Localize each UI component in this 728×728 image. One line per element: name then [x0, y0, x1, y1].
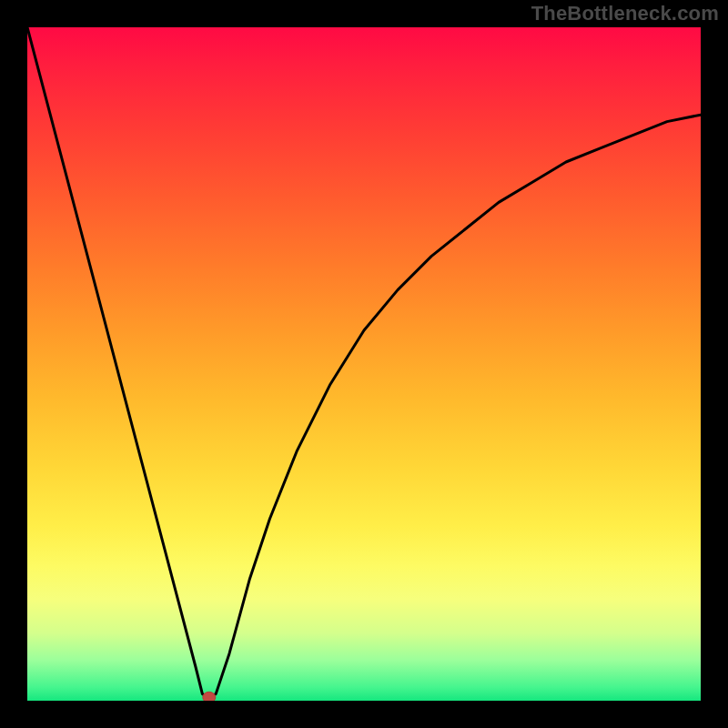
bottleneck-curve — [27, 27, 701, 697]
minimum-marker — [203, 692, 216, 701]
chart-frame: TheBottleneck.com — [0, 0, 728, 728]
curve-canvas — [27, 27, 701, 701]
plot-area — [27, 27, 701, 701]
watermark-text: TheBottleneck.com — [531, 2, 719, 25]
